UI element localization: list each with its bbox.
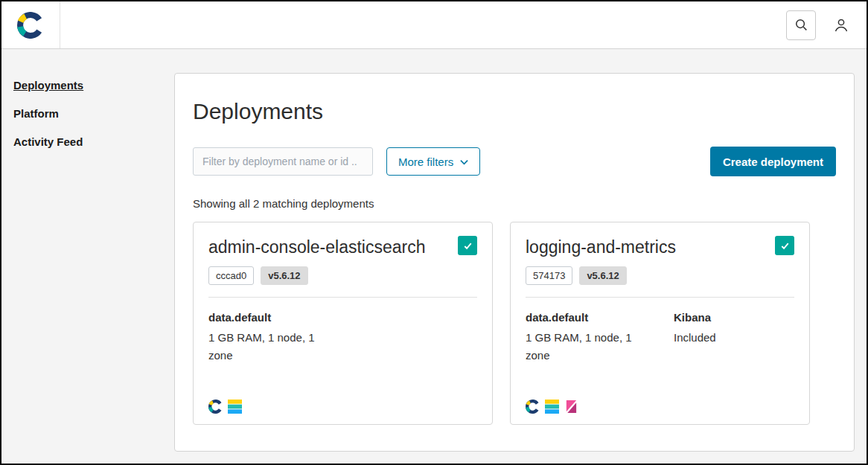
user-menu-button[interactable] xyxy=(832,16,850,34)
elastic-logo-icon xyxy=(208,400,223,414)
sidebar: Deployments Platform Activity Feed xyxy=(1,49,174,464)
tag-row: 574173 v5.6.12 xyxy=(526,266,794,285)
sidebar-item-platform[interactable]: Platform xyxy=(13,107,162,120)
resource-title: data.default xyxy=(208,311,324,324)
chevron-down-icon xyxy=(460,159,468,165)
main-region: Deployments More filters Create deployme… xyxy=(174,49,867,464)
deployment-version-badge: v5.6.12 xyxy=(579,266,626,285)
top-bar xyxy=(1,1,867,49)
deployments-panel: Deployments More filters Create deployme… xyxy=(174,73,855,452)
deployment-selected-checkbox[interactable] xyxy=(458,236,477,255)
deployment-name[interactable]: logging-and-metrics xyxy=(526,237,676,257)
deployment-id-badge: 574173 xyxy=(526,266,572,285)
top-bar-actions xyxy=(786,10,867,40)
card-divider xyxy=(208,297,477,298)
product-icons xyxy=(526,389,794,414)
resource-section: data.default 1 GB RAM, 1 node, 1 zone xyxy=(208,311,324,365)
deployment-version-badge: v5.6.12 xyxy=(261,266,307,285)
card-header: logging-and-metrics xyxy=(526,234,794,266)
elasticsearch-icon xyxy=(228,400,242,414)
elastic-logo-icon xyxy=(526,400,540,414)
resource-sections: data.default 1 GB RAM, 1 node, 1 zone xyxy=(208,311,477,365)
deployment-name[interactable]: admin-console-elasticsearch xyxy=(208,237,425,257)
deployment-card-list: admin-console-elasticsearch cccad0 v5.6.… xyxy=(193,222,836,425)
check-icon xyxy=(779,240,791,251)
check-icon xyxy=(462,240,473,251)
resource-detail: Included xyxy=(674,329,789,347)
app-window: Deployments Platform Activity Feed Deplo… xyxy=(0,0,868,465)
deployment-selected-checkbox[interactable] xyxy=(775,236,794,255)
elastic-logo-icon xyxy=(17,12,44,39)
filter-input[interactable] xyxy=(193,147,373,176)
resource-sections: data.default 1 GB RAM, 1 node, 1 zone Ki… xyxy=(526,311,794,365)
more-filters-button[interactable]: More filters xyxy=(386,147,480,176)
resource-detail: 1 GB RAM, 1 node, 1 zone xyxy=(526,329,641,365)
content-area: Deployments Platform Activity Feed Deplo… xyxy=(1,49,867,464)
card-divider xyxy=(526,297,794,298)
resource-title: data.default xyxy=(526,311,641,324)
card-header: admin-console-elasticsearch xyxy=(208,234,477,266)
create-deployment-button[interactable]: Create deployment xyxy=(710,147,836,176)
product-icons xyxy=(208,389,477,414)
page-title: Deployments xyxy=(193,99,836,124)
search-icon xyxy=(794,18,808,32)
deployment-card[interactable]: logging-and-metrics 574173 v5.6.12 xyxy=(510,222,810,425)
sidebar-item-deployments[interactable]: Deployments xyxy=(13,79,162,92)
filter-toolbar: More filters Create deployment xyxy=(193,147,836,176)
tag-row: cccad0 v5.6.12 xyxy=(208,266,477,285)
search-button[interactable] xyxy=(786,10,816,40)
elastic-logo[interactable] xyxy=(1,1,60,48)
elasticsearch-icon xyxy=(545,400,559,414)
kibana-icon xyxy=(564,400,578,414)
deployment-id-badge: cccad0 xyxy=(208,266,254,285)
user-icon xyxy=(832,16,850,34)
resource-section: data.default 1 GB RAM, 1 node, 1 zone xyxy=(526,311,641,365)
resource-section: Kibana Included xyxy=(674,311,789,365)
deployment-card[interactable]: admin-console-elasticsearch cccad0 v5.6.… xyxy=(193,222,493,425)
resource-detail: 1 GB RAM, 1 node, 1 zone xyxy=(208,329,324,365)
more-filters-label: More filters xyxy=(398,155,453,168)
resource-title: Kibana xyxy=(674,311,789,324)
results-count-text: Showing all 2 matching deployments xyxy=(193,197,836,210)
sidebar-item-activity-feed[interactable]: Activity Feed xyxy=(13,135,162,148)
